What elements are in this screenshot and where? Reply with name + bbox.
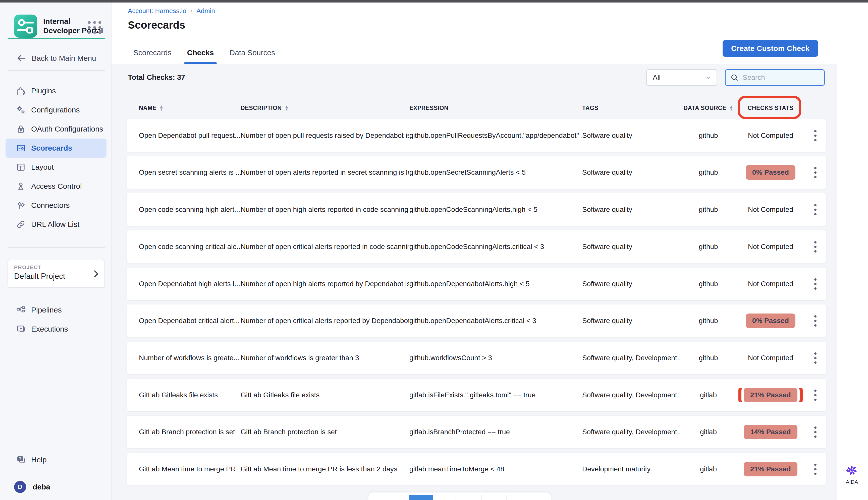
divider [8,70,105,71]
check-stats: 21% Passed [737,462,804,476]
check-tags: Software quality, Development... [582,391,680,399]
tab-scorecards[interactable]: Scorecards [133,41,171,65]
table-row: GitLab Mean time to merge PR ...GitLab M… [127,453,826,486]
check-name: Open code scanning high alert... [139,206,241,214]
column-header-checks-stats: CHECKS STATS [737,105,804,112]
user-name: deba [33,483,50,491]
check-name: GitLab Branch protection is set [139,428,241,436]
breadcrumb: Account: Harness.io › Admin [128,7,215,15]
pipeline-icon [15,305,26,315]
gears-icon [15,105,26,115]
check-name: Open code scanning critical ale... [139,243,241,251]
table-row: GitLab Branch protection is setGitLab Br… [127,416,826,448]
kebab-menu-icon[interactable] [804,167,826,178]
link-icon [15,219,26,230]
check-name: Open Dependabot pull request... [139,132,241,139]
kebab-menu-icon[interactable] [804,315,826,327]
sort-icon[interactable]: ▲▼ [159,105,163,111]
kebab-menu-icon[interactable] [804,279,826,289]
kebab-menu-icon[interactable] [804,464,826,475]
right-rail [837,2,868,500]
sidebar-item-label: Access Control [31,182,82,191]
pagination-bar[interactable] [368,492,551,500]
check-name: Number of workflows is greate... [139,354,241,362]
sidebar-item-oauth-configurations[interactable]: OAuth Configurations [5,120,107,138]
avatar: D [14,481,26,493]
data-source-filter-select[interactable]: All [646,69,717,86]
check-stats: 14% Passed [737,425,804,439]
sidebar-item-configurations[interactable]: Configurations [5,100,107,120]
sidebar-item-help[interactable]: ?Help [5,450,107,469]
tab-checks[interactable]: Checks [187,41,214,65]
sidebar-item-url-allow-list[interactable]: URL Allow List [5,215,107,234]
check-stats: Not Computed [737,132,804,139]
create-custom-check-button[interactable]: Create Custom Check [723,40,818,57]
kebab-menu-icon[interactable] [804,241,826,252]
play-icon [15,324,26,334]
table-row: Number of workflows is greate...Number o… [127,342,826,374]
page-title: Scorecards [128,19,185,31]
divider [112,36,837,36]
user-menu[interactable]: D deba [5,477,107,497]
check-stats: Not Computed [737,280,804,288]
column-label: DATA SOURCE [683,105,726,112]
aida-flower-icon [846,464,858,477]
column-header-name[interactable]: NAME▲▼ [139,105,241,112]
check-expression: github.openCodeScanningAlerts.high < 5 [409,206,582,214]
sidebar-item-access-control[interactable]: Access Control [5,177,107,196]
back-to-main-menu[interactable]: Back to Main Menu [16,52,96,65]
check-tags: Software quality [582,132,680,139]
project-selector[interactable]: PROJECT Default Project [8,260,105,288]
breadcrumb-admin-link[interactable]: Admin [197,7,215,15]
kebab-menu-icon[interactable] [804,130,826,141]
sidebar-item-label: Help [31,456,47,464]
sidebar-item-scorecards[interactable]: Scorecards [5,138,107,158]
column-header-data-source[interactable]: DATA SOURCE▲▼ [680,105,737,112]
search-icon [730,73,739,82]
kebab-menu-icon[interactable] [804,427,826,438]
check-description: Number of open pull requests raised by D… [241,132,409,139]
table-row: Open Dependabot high alerts i...Number o… [127,268,826,300]
sidebar-item-plugins[interactable]: Plugins [5,81,107,100]
sidebar-item-connectors[interactable]: Connectors [5,196,107,215]
sidebar-item-layout[interactable]: Layout [5,158,107,177]
arrow-left-icon [16,53,26,64]
checks-stats-badge: 14% Passed [744,425,798,439]
sort-icon[interactable]: ▲▼ [730,105,733,111]
divider [456,495,456,500]
svg-text:?: ? [19,456,22,461]
app-switcher-icon[interactable] [88,21,101,34]
check-expression: github.openDependabotAlerts.high < 5 [409,280,582,288]
table-row: Open secret scanning alerts is ...Number… [127,156,826,189]
aida-assistant-button[interactable]: AIDA [842,464,862,485]
sidebar-item-label: Layout [31,163,54,171]
sort-icon[interactable]: ▲▼ [285,105,289,111]
divider [8,444,105,444]
help-icon: ? [15,455,26,465]
pagination-active-page[interactable] [409,495,433,500]
check-data-source: github [680,243,737,251]
divider [506,495,507,500]
row-actions-cell [804,427,826,438]
breadcrumb-account-link[interactable]: Account: Harness.io [128,7,186,15]
column-header-description[interactable]: DESCRIPTION▲▼ [241,105,409,112]
kebab-menu-icon[interactable] [804,204,826,215]
check-tags: Software quality, Development... [582,428,680,436]
check-description: GitLab Gitleaks file exists [241,391,409,399]
tab-data-sources[interactable]: Data Sources [229,41,275,65]
brand-divider [8,38,105,39]
check-expression: gitlab.isFileExists.".gitleaks.toml" == … [409,391,582,399]
table-row: Open code scanning critical ale...Number… [127,230,826,263]
sidebar-item-label: Pipelines [31,306,62,314]
sidebar-item-executions[interactable]: Executions [5,319,107,339]
search-input[interactable] [742,73,819,82]
check-data-source: github [680,168,737,177]
check-data-source: github [680,354,737,362]
sidebar: Internal Developer Portal Back to Main M… [0,2,112,500]
check-description: Number of open alerts reported in secret… [241,168,409,177]
sidebar-item-pipelines[interactable]: Pipelines [5,300,107,319]
column-label: DESCRIPTION [241,105,282,112]
check-description: GitLab Mean time to merge PR is less tha… [241,465,409,473]
kebab-menu-icon[interactable] [804,389,826,401]
kebab-menu-icon[interactable] [804,352,826,364]
